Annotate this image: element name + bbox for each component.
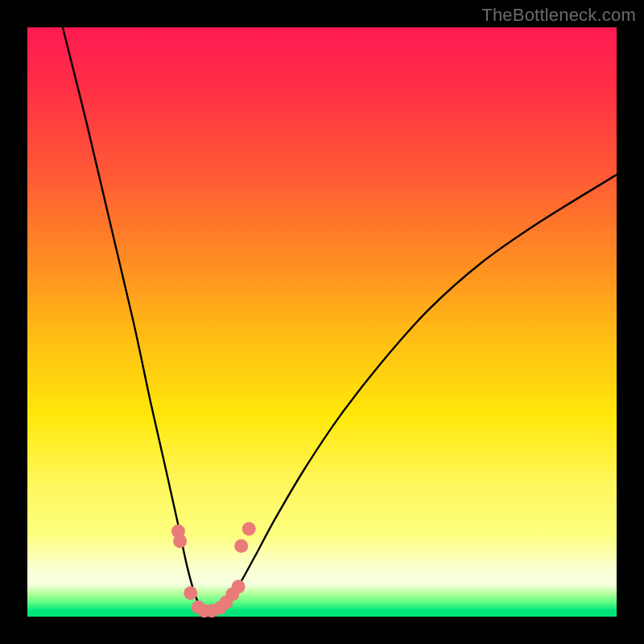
bottleneck-curve-path <box>63 27 617 611</box>
marker-dot <box>173 535 187 548</box>
chart-frame: TheBottleneck.com <box>0 0 644 644</box>
marker-dot <box>232 580 246 593</box>
watermark-text: TheBottleneck.com <box>481 5 636 26</box>
marker-dot <box>184 586 197 600</box>
marker-dot <box>234 539 248 553</box>
marker-dot <box>242 522 256 535</box>
marker-dots <box>171 522 256 617</box>
curve-layer <box>27 27 617 617</box>
